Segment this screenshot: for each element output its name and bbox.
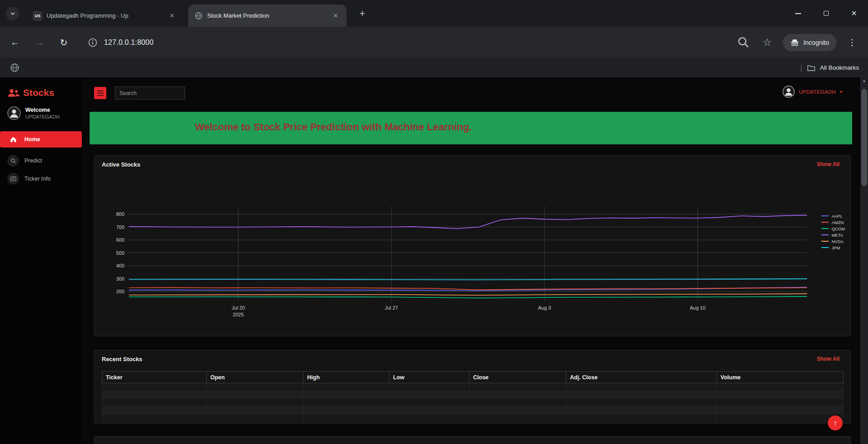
- svg-text:200: 200: [116, 289, 124, 294]
- table-cell: [304, 399, 389, 406]
- tab-close-icon[interactable]: ×: [167, 11, 176, 20]
- legend-item-jpm[interactable]: JPM: [821, 245, 845, 250]
- incognito-icon: [790, 38, 799, 47]
- tab-close-icon[interactable]: ×: [331, 11, 340, 20]
- scrollbar-thumb[interactable]: [861, 89, 867, 186]
- window-maximize-button[interactable]: [812, 0, 840, 27]
- page-scrollbar[interactable]: ▲: [860, 77, 868, 444]
- user-menu[interactable]: UPDATEGADH ▾: [783, 86, 842, 98]
- tab-updategadh[interactable]: US Updategadh Programming - Up ×: [27, 5, 183, 27]
- table-cell: [207, 406, 304, 414]
- svg-text:700: 700: [116, 224, 124, 230]
- legend-swatch: [821, 215, 829, 216]
- table-cell: [717, 414, 844, 422]
- maximize-icon: [824, 11, 829, 16]
- legend-item-nvda[interactable]: NVDA: [821, 239, 845, 243]
- nav-buttons: ← → ↻: [7, 35, 71, 50]
- reload-button[interactable]: ↻: [56, 35, 71, 50]
- legend-item-aapl[interactable]: AAPL: [821, 214, 845, 218]
- table-cell: [470, 391, 566, 399]
- table-cell: [566, 406, 717, 414]
- recent-stocks-panel: Recent Stocks Show All TickerOpenHighLow…: [94, 350, 851, 424]
- column-header-open: Open: [207, 372, 304, 383]
- back-button[interactable]: ←: [7, 35, 23, 50]
- legend-item-amzn[interactable]: AMZN: [821, 220, 845, 224]
- window-controls: ×: [784, 0, 868, 27]
- chevron-down-icon: ▾: [840, 89, 842, 94]
- profile-text: Welcome UPDATEGADH: [25, 107, 60, 120]
- legend-item-qcom[interactable]: QCOM: [821, 226, 845, 231]
- recent-stocks-show-all-link[interactable]: Show All: [817, 356, 840, 362]
- sidebar-item-label: Predict: [24, 158, 42, 164]
- search-input[interactable]: [115, 86, 185, 100]
- sidebar-toggle-button[interactable]: [94, 87, 106, 99]
- column-header-close: Close: [470, 372, 566, 383]
- table-cell: [566, 391, 717, 399]
- bookmarks-bar: | All Bookmarks: [0, 58, 868, 77]
- table-row: [102, 414, 844, 422]
- browser-toolbar: ← → ↻ 127.0.0.1:8000 ☆: [0, 27, 868, 58]
- column-header-ticker: Ticker: [102, 372, 207, 383]
- table-cell: [389, 383, 470, 391]
- new-tab-button[interactable]: +: [356, 8, 368, 20]
- users-icon: [7, 88, 19, 98]
- zoom-icon[interactable]: [736, 35, 751, 50]
- search-icon: [7, 155, 19, 167]
- forward-button[interactable]: →: [32, 35, 47, 50]
- svg-text:Aug 3: Aug 3: [538, 305, 551, 310]
- toolbar-actions: ☆ Incognito ⋮: [736, 34, 860, 51]
- profile-username: UPDATEGADH: [25, 114, 60, 120]
- sidebar-item-ticker-info[interactable]: Ticker Info: [0, 171, 82, 187]
- home-icon: [7, 134, 19, 145]
- url-text[interactable]: 127.0.0.1:8000: [104, 38, 154, 47]
- table-cell: [304, 383, 389, 391]
- legend-swatch: [821, 247, 829, 248]
- up-arrow-icon: ↑: [834, 419, 837, 427]
- table-header-row: TickerOpenHighLowCloseAdj. CloseVolume: [102, 372, 844, 383]
- svg-text:500: 500: [116, 250, 124, 256]
- incognito-label: Incognito: [803, 39, 829, 46]
- hamburger-icon: [97, 91, 104, 91]
- table-row: [102, 391, 844, 399]
- sidebar-item-label: Ticker Info: [24, 176, 51, 182]
- sidebar-item-predict[interactable]: Predict: [0, 153, 82, 169]
- tab-stock-market-prediction[interactable]: Stock Market Prediction ×: [188, 5, 346, 27]
- table-cell: [102, 383, 207, 391]
- welcome-label: Welcome: [25, 107, 60, 114]
- folder-icon: [807, 64, 816, 72]
- bookmark-globe-icon[interactable]: [10, 63, 19, 72]
- all-bookmarks-button[interactable]: | All Bookmarks: [801, 58, 859, 77]
- legend-label: QCOM: [831, 226, 845, 231]
- table-cell: [207, 414, 304, 422]
- sidebar-item-home[interactable]: Home: [0, 131, 82, 148]
- table-cell: [304, 391, 389, 399]
- active-stocks-show-all-link[interactable]: Show All: [817, 161, 840, 167]
- recent-stocks-table: TickerOpenHighLowCloseAdj. CloseVolume: [102, 371, 844, 422]
- table-cell: [389, 414, 470, 422]
- site-info-icon[interactable]: [88, 38, 98, 48]
- column-header-volume: Volume: [717, 372, 844, 383]
- brand[interactable]: Stocks: [7, 87, 54, 98]
- ticker-info-icon: [7, 173, 19, 185]
- table-cell: [207, 383, 304, 391]
- chart-legend: AAPLAMZNQCOMMETANVDAJPM: [821, 214, 845, 250]
- scrollbar-up-arrow[interactable]: ▲: [860, 79, 868, 83]
- tab-search-button[interactable]: [6, 7, 19, 20]
- scroll-to-top-button[interactable]: ↑: [828, 415, 843, 430]
- window-close-button[interactable]: ×: [840, 0, 868, 27]
- table-cell: [389, 399, 470, 406]
- bookmark-star-icon[interactable]: ☆: [759, 35, 775, 50]
- svg-text:Jul 27: Jul 27: [385, 305, 398, 310]
- address-bar[interactable]: 127.0.0.1:8000: [88, 38, 736, 48]
- legend-item-meta[interactable]: META: [821, 233, 845, 237]
- page-content: Stocks Welcome UPDATEGADH Home: [0, 77, 860, 444]
- browser-menu-button[interactable]: ⋮: [844, 35, 860, 50]
- legend-label: NVDA: [831, 239, 843, 244]
- legend-label: AAPL: [831, 214, 842, 219]
- panel-title: Recent Stocks: [102, 356, 142, 363]
- table-row: [102, 399, 844, 406]
- table-row: [102, 383, 844, 391]
- table-cell: [566, 383, 717, 391]
- window-minimize-button[interactable]: [784, 0, 812, 27]
- tab-strip: US Updategadh Programming - Up × Stock M…: [0, 0, 868, 27]
